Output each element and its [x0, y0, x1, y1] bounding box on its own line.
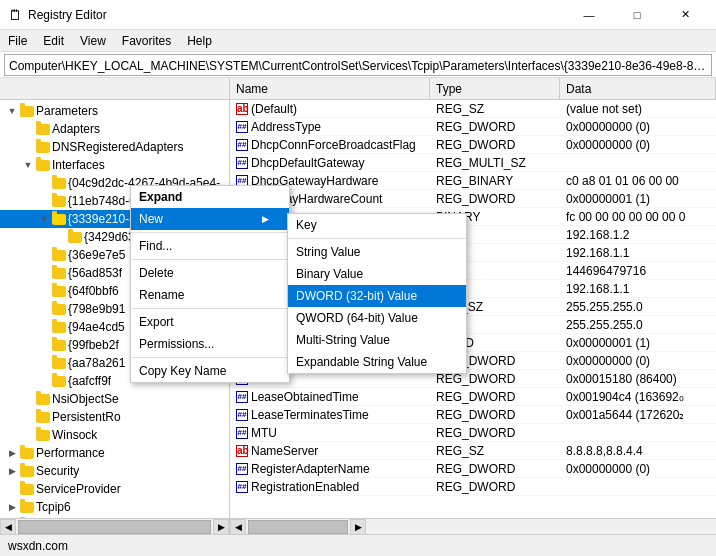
tree-item-performance[interactable]: ▶ Performance	[0, 444, 229, 462]
ctx-item-permissions[interactable]: Permissions...	[131, 333, 289, 355]
scroll-left-btn[interactable]: ◀	[0, 519, 16, 535]
title-bar-title: Registry Editor	[28, 8, 107, 22]
maximize-button[interactable]: □	[614, 0, 660, 30]
reg-icon-num: ##	[236, 427, 248, 439]
sub-item-multistring[interactable]: Multi-String Value	[288, 329, 466, 351]
folder-icon	[52, 358, 66, 369]
reg-row-dhcpgatewayhardware[interactable]: ##DhcpGatewayHardware REG_BINARY c0 a8 0…	[230, 172, 716, 190]
menu-view[interactable]: View	[72, 30, 114, 51]
tree-item-tcpip6[interactable]: ▶ Tcpip6	[0, 498, 229, 516]
sub-item-binary[interactable]: Binary Value	[288, 263, 466, 285]
minimize-button[interactable]: —	[566, 0, 612, 30]
reg-icon-num: ##	[236, 121, 248, 133]
menu-file[interactable]: File	[0, 30, 35, 51]
ctx-item-rename[interactable]: Rename	[131, 284, 289, 306]
ctx-item-new[interactable]: New ▶	[131, 208, 289, 230]
reg-row-nameserver[interactable]: abNameServer REG_SZ 8.8.8.8,8.8.4.4	[230, 442, 716, 460]
reg-icon-ab: ab	[236, 103, 248, 115]
tree-item-security[interactable]: ▶ Security	[0, 462, 229, 480]
menu-bar: File Edit View Favorites Help	[0, 30, 716, 52]
app-icon: 🗒	[8, 7, 22, 23]
tree-label: Tcpip6	[36, 500, 71, 514]
tree-item-persistentro[interactable]: PersistentRo	[0, 408, 229, 426]
reg-row-default[interactable]: ab(Default) REG_SZ (value not set)	[230, 100, 716, 118]
reg-row-leaseobtained[interactable]: ##LeaseObtainedTime REG_DWORD 0x001904c4…	[230, 388, 716, 406]
tree-panel-header	[0, 78, 229, 100]
tree-label: {36e9e7e5	[68, 248, 125, 262]
reg-icon-num: ##	[236, 157, 248, 169]
right-hscroll-thumb[interactable]	[248, 520, 348, 534]
col-header-type: Type	[430, 78, 560, 99]
submenu: Key String Value Binary Value DWORD (32-…	[287, 213, 467, 374]
close-button[interactable]: ✕	[662, 0, 708, 30]
tree-item-winsock[interactable]: Winsock	[0, 426, 229, 444]
tree-item-parameters[interactable]: ▼ Parameters	[0, 102, 229, 120]
tree-label: {99fbeb2f	[68, 338, 119, 352]
sub-item-expandable[interactable]: Expandable String Value	[288, 351, 466, 373]
right-scroll-right-btn[interactable]: ▶	[350, 519, 366, 535]
reg-row-addresstype[interactable]: ##AddressType REG_DWORD 0x00000000 (0)	[230, 118, 716, 136]
folder-icon	[52, 250, 66, 261]
folder-icon	[68, 232, 82, 243]
menu-help[interactable]: Help	[179, 30, 220, 51]
folder-icon	[36, 160, 50, 171]
reg-row-dhcpdefaultgateway[interactable]: ##DhcpDefaultGateway REG_MULTI_SZ	[230, 154, 716, 172]
ctx-item-new-label: New	[139, 212, 163, 226]
reg-row-dhcpconn[interactable]: ##DhcpConnForceBroadcastFlag REG_DWORD 0…	[230, 136, 716, 154]
tree-item-serviceprovider[interactable]: ServiceProvider	[0, 480, 229, 498]
ctx-sep2	[131, 259, 289, 260]
ctx-item-copykeyname[interactable]: Copy Key Name	[131, 360, 289, 382]
scroll-right-btn[interactable]: ▶	[213, 519, 229, 535]
folder-icon	[52, 268, 66, 279]
folder-icon	[52, 178, 66, 189]
tree-label: {94ae4cd5	[68, 320, 125, 334]
col-header-data: Data	[560, 78, 716, 99]
sub-item-string[interactable]: String Value	[288, 241, 466, 263]
status-text: wsxdn.com	[8, 539, 68, 553]
folder-icon	[20, 466, 34, 477]
reg-icon-num: ##	[236, 139, 248, 151]
hscroll-thumb[interactable]	[18, 520, 211, 534]
tree-label: Performance	[36, 446, 105, 460]
folder-icon	[20, 502, 34, 513]
folder-icon	[36, 124, 50, 135]
tree-label: {56ad853f	[68, 266, 122, 280]
folder-icon	[36, 412, 50, 423]
reg-row-registrationenabled[interactable]: ##RegistrationEnabled REG_DWORD	[230, 478, 716, 496]
expand-icon: ▶	[4, 448, 20, 458]
ctx-item-find[interactable]: Find...	[131, 235, 289, 257]
sub-item-qword[interactable]: QWORD (64-bit) Value	[288, 307, 466, 329]
right-hscrollbar[interactable]: ◀ ▶	[230, 518, 716, 534]
folder-icon	[52, 376, 66, 387]
tree-item-dnsregisteredadapters[interactable]: DNSRegisteredAdapters	[0, 138, 229, 156]
folder-icon	[52, 304, 66, 315]
reg-row-leaseterminates[interactable]: ##LeaseTerminatesTime REG_DWORD 0x001a56…	[230, 406, 716, 424]
tree-label: Interfaces	[52, 158, 105, 172]
menu-favorites[interactable]: Favorites	[114, 30, 179, 51]
tree-label: {64f0bbf6	[68, 284, 119, 298]
reg-row-gatewayhardwarecount[interactable]: ##GatewayHardwareCount REG_DWORD 0x00000…	[230, 190, 716, 208]
address-bar: Computer\HKEY_LOCAL_MACHINE\SYSTEM\Curre…	[0, 52, 716, 78]
ctx-item-export[interactable]: Export	[131, 311, 289, 333]
folder-icon	[36, 430, 50, 441]
reg-row-registername[interactable]: ##RegisterAdapterName REG_DWORD 0x000000…	[230, 460, 716, 478]
folder-icon	[20, 106, 34, 117]
sub-item-key[interactable]: Key	[288, 214, 466, 236]
sub-item-dword[interactable]: DWORD (32-bit) Value	[288, 285, 466, 307]
tree-item-nsiobjectse[interactable]: NsiObjectSe	[0, 390, 229, 408]
reg-row-mtu[interactable]: ##MTU REG_DWORD	[230, 424, 716, 442]
folder-icon	[20, 448, 34, 459]
right-panel-header: Name Type Data	[230, 78, 716, 100]
ctx-item-expand[interactable]: Expand	[131, 186, 289, 208]
address-path[interactable]: Computer\HKEY_LOCAL_MACHINE\SYSTEM\Curre…	[4, 54, 712, 76]
menu-edit[interactable]: Edit	[35, 30, 72, 51]
tree-hscrollbar[interactable]: ◀ ▶	[0, 518, 229, 534]
ctx-sep1	[131, 232, 289, 233]
tree-item-adapters[interactable]: Adapters	[0, 120, 229, 138]
ctx-item-delete[interactable]: Delete	[131, 262, 289, 284]
tree-label: Security	[36, 464, 79, 478]
right-scroll-left-btn[interactable]: ◀	[230, 519, 246, 535]
submenu-arrow-icon: ▶	[262, 214, 269, 224]
expand-icon: ▶	[4, 502, 20, 512]
tree-item-interfaces[interactable]: ▼ Interfaces	[0, 156, 229, 174]
